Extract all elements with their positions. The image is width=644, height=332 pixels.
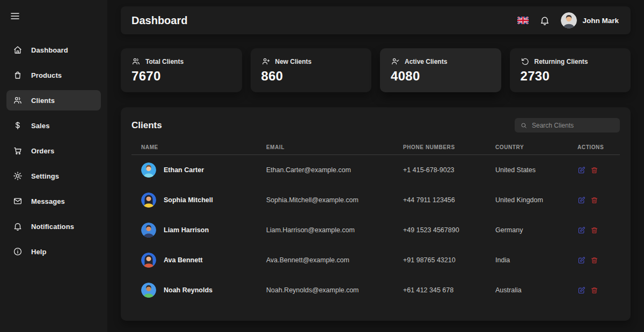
nav-icon xyxy=(13,222,23,231)
client-country: United States xyxy=(486,166,568,174)
table-row-sophia-mitchell: Sophia Mitchell Sophia.Mitchell@example.… xyxy=(131,185,620,215)
client-name: Noah Reynolds xyxy=(164,286,213,294)
sidebar-item-dashboard[interactable]: Dashboard xyxy=(6,40,101,60)
stats-row: Total Clients 7670 New Clients 860 Activ… xyxy=(121,48,631,92)
user-avatar xyxy=(561,12,577,28)
column-header-phone: PHONE NUMBERS xyxy=(393,144,486,150)
menu-toggle-button[interactable] xyxy=(10,11,23,24)
stat-label: Returning Clients xyxy=(535,58,588,65)
sidebar-item-label: Messages xyxy=(31,197,65,205)
client-email: Liam.Harrison@example.com xyxy=(257,226,393,234)
delete-client-button[interactable] xyxy=(590,166,598,174)
client-avatar xyxy=(141,283,156,298)
stat-icon xyxy=(131,57,141,66)
table-row-ava-bennett: Ava Bennett Ava.Bennett@example.com +91 … xyxy=(131,245,620,275)
client-name-cell: Sophia Mitchell xyxy=(131,193,257,208)
client-phone: +61 412 345 678 xyxy=(393,286,486,294)
edit-client-button[interactable] xyxy=(577,196,586,204)
client-phone: +91 98765 43210 xyxy=(393,256,486,264)
nav-icon xyxy=(13,95,23,105)
uk-flag-icon[interactable] xyxy=(517,17,529,24)
delete-client-button[interactable] xyxy=(590,286,598,294)
sidebar-item-orders[interactable]: Orders xyxy=(6,141,101,161)
sidebar-item-help[interactable]: Help xyxy=(6,241,101,262)
client-email: Sophia.Mitchell@example.com xyxy=(257,196,393,204)
stat-card-header: Total Clients xyxy=(131,57,231,66)
edit-client-button[interactable] xyxy=(577,166,586,174)
stat-label: New Clients xyxy=(275,58,312,65)
table-row-noah-reynolds: Noah Reynolds Noah.Reynolds@example.com … xyxy=(131,275,620,305)
client-email: Ethan.Carter@example.com xyxy=(257,166,393,174)
edit-client-button[interactable] xyxy=(577,226,586,234)
column-header-name: NAME xyxy=(131,144,257,150)
stat-icon xyxy=(521,57,530,66)
clients-panel-header: Clients xyxy=(131,118,620,132)
nav-icon xyxy=(13,196,23,206)
delete-client-button[interactable] xyxy=(590,196,598,204)
client-avatar xyxy=(141,223,156,238)
sidebar-nav: Dashboard Products Clients Sales Orders xyxy=(0,40,107,262)
client-country: India xyxy=(486,256,568,264)
user-menu[interactable]: John Mark xyxy=(561,12,619,28)
clients-title: Clients xyxy=(131,120,162,131)
nav-icon xyxy=(13,247,23,256)
client-country: Germany xyxy=(486,226,568,234)
client-phone: +49 1523 4567890 xyxy=(393,226,486,234)
delete-client-button[interactable] xyxy=(590,256,598,264)
stat-value: 4080 xyxy=(391,69,491,84)
client-country: Australia xyxy=(486,286,568,294)
client-name-cell: Ava Bennett xyxy=(131,253,257,268)
sidebar-item-settings[interactable]: Settings xyxy=(6,166,101,186)
client-name: Sophia Mitchell xyxy=(164,196,213,204)
stat-card-total-clients: Total Clients 7670 xyxy=(121,48,242,92)
sidebar-item-label: Products xyxy=(31,71,62,79)
nav-icon xyxy=(13,45,23,55)
table-row-liam-harrison: Liam Harrison Liam.Harrison@example.com … xyxy=(131,215,620,245)
sidebar-item-products[interactable]: Products xyxy=(6,65,101,85)
column-header-email: EMAIL xyxy=(257,144,393,150)
stat-label: Total Clients xyxy=(145,58,184,65)
stat-card-header: Active Clients xyxy=(391,57,491,66)
client-actions xyxy=(568,256,620,264)
stat-value: 860 xyxy=(261,69,361,84)
sidebar-item-clients[interactable]: Clients xyxy=(6,90,101,110)
nav-icon xyxy=(13,146,23,156)
nav-icon xyxy=(13,121,23,130)
client-actions xyxy=(568,196,620,204)
stat-card-returning-clients: Returning Clients 2730 xyxy=(510,48,631,92)
sidebar-item-label: Clients xyxy=(31,97,55,105)
sidebar-item-sales[interactable]: Sales xyxy=(6,115,101,136)
edit-client-button[interactable] xyxy=(577,256,586,264)
client-name: Ethan Carter xyxy=(164,166,204,174)
sidebar-item-label: Orders xyxy=(31,147,54,155)
delete-client-button[interactable] xyxy=(590,226,598,234)
client-email: Ava.Bennett@example.com xyxy=(257,256,393,264)
sidebar-item-label: Settings xyxy=(31,172,59,180)
sidebar-item-notifications[interactable]: Notifications xyxy=(6,216,101,237)
column-header-country: COUNTRY xyxy=(486,144,568,150)
table-header-row: NAME EMAIL PHONE NUMBERS COUNTRY ACTIONS xyxy=(131,140,620,155)
stat-value: 7670 xyxy=(131,69,231,84)
stat-icon xyxy=(391,57,400,66)
sidebar-item-label: Help xyxy=(31,248,47,256)
topbar: Dashboard John Mark xyxy=(121,6,631,34)
nav-icon xyxy=(13,171,23,181)
page-root: { "header": { "title": "Dashboard", "use… xyxy=(0,0,644,332)
client-country: United Kingdom xyxy=(486,196,568,204)
client-name-cell: Liam Harrison xyxy=(131,223,257,238)
stat-label: Active Clients xyxy=(405,58,447,65)
client-avatar xyxy=(141,163,156,178)
client-name-cell: Noah Reynolds xyxy=(131,283,257,298)
sidebar-item-label: Notifications xyxy=(31,223,74,231)
stat-card-header: New Clients xyxy=(261,57,361,66)
search-clients-input[interactable] xyxy=(532,122,615,129)
client-email: Noah.Reynolds@example.com xyxy=(257,286,393,294)
sidebar-item-messages[interactable]: Messages xyxy=(6,191,101,211)
edit-client-button[interactable] xyxy=(577,286,586,294)
notifications-bell-icon[interactable] xyxy=(539,15,550,26)
sidebar-item-label: Dashboard xyxy=(31,46,68,54)
client-phone: +44 7911 123456 xyxy=(393,196,486,204)
table-row-ethan-carter: Ethan Carter Ethan.Carter@example.com +1… xyxy=(131,155,620,185)
topbar-right: John Mark xyxy=(517,12,619,28)
stat-value: 2730 xyxy=(521,69,620,84)
